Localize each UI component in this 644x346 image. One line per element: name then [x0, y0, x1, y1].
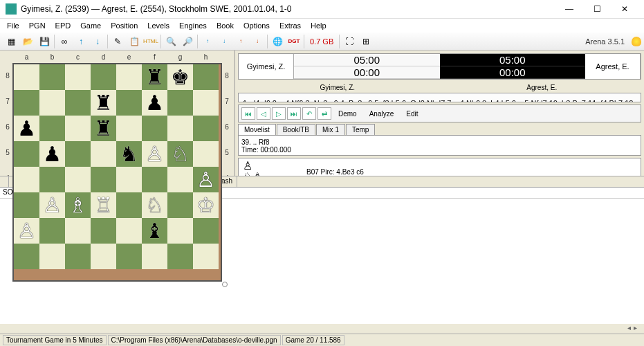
square[interactable]: ♔	[193, 192, 219, 218]
square[interactable]	[193, 64, 219, 90]
square[interactable]	[167, 244, 193, 269]
square[interactable]	[14, 64, 39, 90]
square[interactable]: ♝	[142, 218, 167, 244]
square[interactable]	[14, 244, 39, 269]
dgt-icon[interactable]: DGT	[286, 34, 302, 49]
square[interactable]: ♜	[91, 116, 116, 141]
square[interactable]	[116, 192, 142, 218]
square[interactable]	[39, 90, 65, 116]
square[interactable]: ♟	[39, 141, 65, 167]
menu-file[interactable]: File	[3, 20, 24, 31]
square[interactable]	[39, 218, 65, 244]
square[interactable]: ♙	[14, 218, 39, 244]
square[interactable]	[167, 116, 193, 141]
square[interactable]: ♚	[167, 64, 193, 90]
menu-book[interactable]: Book	[212, 20, 238, 31]
analyze-link[interactable]: Analyze	[364, 110, 400, 118]
zoom-in-icon[interactable]: 🔍	[163, 34, 178, 49]
menu-levels[interactable]: Levels	[143, 20, 174, 31]
square[interactable]	[142, 167, 167, 192]
square[interactable]	[142, 116, 167, 141]
square[interactable]	[91, 218, 116, 244]
square[interactable]: ♜	[91, 90, 116, 116]
undo-button[interactable]: ↶	[302, 107, 316, 120]
close-button[interactable]: ✕	[611, 1, 638, 17]
square[interactable]: ♗	[65, 192, 91, 218]
tab-book[interactable]: Book/TB	[277, 124, 315, 135]
square[interactable]	[116, 167, 142, 192]
square[interactable]	[65, 244, 91, 269]
square[interactable]	[193, 244, 219, 269]
square[interactable]	[167, 218, 193, 244]
board-icon[interactable]: ▦	[3, 34, 19, 49]
square[interactable]: ♘	[167, 141, 193, 167]
square[interactable]: ♞	[116, 141, 142, 167]
edit-icon[interactable]: ✎	[110, 34, 125, 49]
square[interactable]: ♙	[39, 192, 65, 218]
level-up-icon[interactable]: ↑	[73, 34, 89, 49]
square[interactable]: ♜	[142, 64, 167, 90]
square[interactable]	[65, 116, 91, 141]
square[interactable]	[65, 141, 91, 167]
epd-up-icon[interactable]: ↑	[233, 34, 248, 49]
infinity-icon[interactable]: ∞	[57, 34, 72, 49]
square[interactable]: ♘	[142, 192, 167, 218]
square[interactable]: ♙	[142, 141, 167, 167]
moves-list[interactable]: 1. d4 d6 2. e4 Nf6 3. Nc3 g6 4. Be3 c6 5…	[238, 93, 641, 102]
square[interactable]	[91, 244, 116, 269]
grid-icon[interactable]: ⊞	[358, 34, 374, 49]
square[interactable]	[116, 64, 142, 90]
html-icon[interactable]: HTML	[143, 34, 158, 49]
edit-link[interactable]: Edit	[401, 110, 423, 118]
square[interactable]	[193, 116, 219, 141]
menu-options[interactable]: Options	[239, 20, 274, 31]
square[interactable]	[116, 116, 142, 141]
square[interactable]: ♟	[142, 90, 167, 116]
demo-button[interactable]: ⇄	[318, 107, 331, 120]
square[interactable]	[39, 244, 65, 269]
square[interactable]	[65, 167, 91, 192]
level-down-icon[interactable]: ↓	[90, 34, 105, 49]
square[interactable]	[14, 90, 39, 116]
square[interactable]	[14, 167, 39, 192]
menu-engines[interactable]: Engines	[175, 20, 211, 31]
square[interactable]	[116, 244, 142, 269]
menu-help[interactable]: Help	[306, 20, 331, 31]
square[interactable]	[116, 90, 142, 116]
menu-position[interactable]: Position	[107, 20, 142, 31]
menu-game[interactable]: Game	[76, 20, 105, 31]
square[interactable]	[14, 141, 39, 167]
epd-down-icon[interactable]: ↓	[250, 34, 265, 49]
tab-temp[interactable]: Temp	[346, 124, 375, 135]
expand-icon[interactable]: ⛶	[342, 34, 357, 49]
clipboard-icon[interactable]: 📋	[127, 34, 142, 49]
tab-mix1[interactable]: Mix 1	[316, 124, 345, 135]
square[interactable]	[167, 192, 193, 218]
pgn-up-icon[interactable]: ↑	[200, 34, 215, 49]
first-move-button[interactable]: ⏮	[241, 107, 255, 120]
square[interactable]	[193, 218, 219, 244]
square[interactable]: ♖	[91, 192, 116, 218]
square[interactable]	[65, 64, 91, 90]
square[interactable]	[39, 116, 65, 141]
square[interactable]	[91, 64, 116, 90]
square[interactable]	[167, 90, 193, 116]
square[interactable]	[65, 218, 91, 244]
square[interactable]	[91, 141, 116, 167]
pgn-down-icon[interactable]: ↓	[217, 34, 232, 49]
square[interactable]	[91, 167, 116, 192]
square[interactable]	[193, 90, 219, 116]
square[interactable]	[116, 218, 142, 244]
menu-extras[interactable]: Extras	[275, 20, 305, 31]
scroll-left-icon[interactable]: ◂	[627, 324, 631, 334]
square[interactable]	[39, 167, 65, 192]
last-move-button[interactable]: ⏭	[287, 107, 301, 120]
open-icon[interactable]: 📂	[20, 34, 35, 49]
tab-movelist[interactable]: Movelist	[238, 124, 276, 135]
prev-move-button[interactable]: ◁	[257, 107, 270, 120]
square[interactable]	[142, 244, 167, 269]
menu-pgn[interactable]: PGN	[25, 20, 50, 31]
chessboard[interactable]: ♜♚♜♟♟♜♟♞♙♘♙♙♗♖♘♔♙♝	[12, 63, 222, 282]
square[interactable]	[193, 141, 219, 167]
square[interactable]	[39, 64, 65, 90]
